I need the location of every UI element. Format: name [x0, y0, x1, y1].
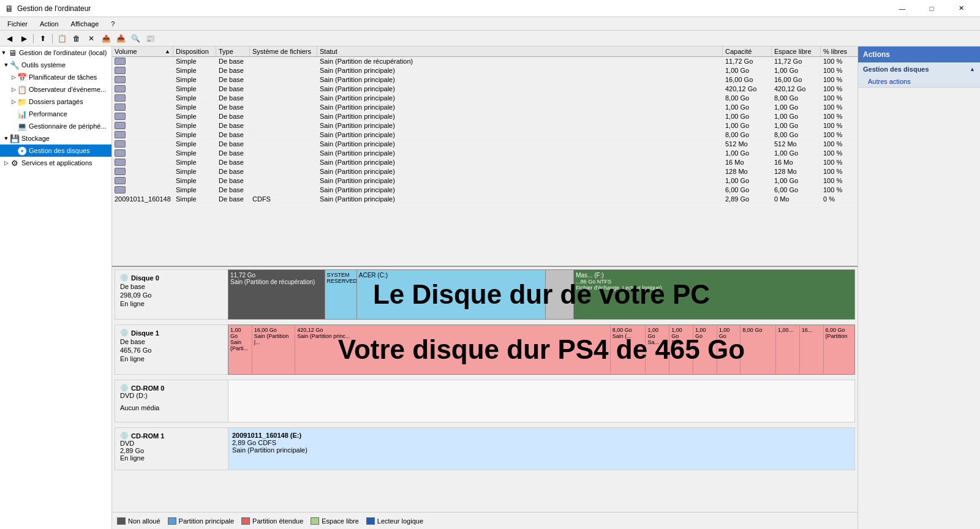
expand-system-tools[interactable]: ▼: [2, 62, 10, 68]
disk0-gap: [546, 270, 574, 319]
legend-box-unalloced: [117, 517, 126, 525]
tree-item-device-manager[interactable]: 💻 Gestionnaire de périphé...: [0, 120, 111, 132]
disk1-part-6[interactable]: 1,00 GoSa...: [669, 325, 693, 374]
menu-help[interactable]: ?: [106, 19, 119, 29]
disk1-info: 💿 Disque 1 De base 465,76 Go En ligne: [115, 325, 228, 375]
expand-task[interactable]: ▷: [10, 74, 17, 80]
disk0-part-reserved[interactable]: SYSTEM RESERVED: [325, 270, 357, 319]
expand-services[interactable]: ▷: [2, 160, 10, 166]
disk1-part-1[interactable]: 1,00 GoSain (Parti...: [228, 325, 252, 374]
table-row[interactable]: SimpleDe baseSain (Partition principale)…: [112, 167, 858, 176]
table-row[interactable]: SimpleDe baseSain (Partition principale)…: [112, 103, 858, 112]
disk1-row: 💿 Disque 1 De base 465,76 Go En ligne 1,…: [115, 325, 855, 375]
actions-section-header-0[interactable]: Gestion des disques ▲: [858, 62, 980, 76]
disk1-part-11[interactable]: 16...: [800, 325, 824, 374]
table-row[interactable]: SimpleDe baseSain (Partition principale)…: [112, 176, 858, 186]
table-row[interactable]: SimpleDe baseSain (Partition principale)…: [112, 66, 858, 75]
cdrom1-info: 💿 CD-ROM 1 DVD 2,89 Go En ligne: [115, 427, 228, 470]
table-row[interactable]: SimpleDe baseSain (Partition principale)…: [112, 94, 858, 103]
table-row[interactable]: 20091011_160148 (E:)SimpleDe baseCDFSSai…: [112, 195, 858, 204]
forward-button[interactable]: ▶: [17, 32, 31, 45]
tree-item-computer[interactable]: ▼ 🖥 Gestion de l'ordinateur (local): [0, 47, 111, 59]
disk1-part-5[interactable]: 1,00 GoSa...: [646, 325, 669, 374]
disk1-type: De base: [120, 338, 223, 345]
table-row[interactable]: SimpleDe baseSain (Partition principale)…: [112, 149, 858, 158]
btn2[interactable]: 🗑: [70, 32, 83, 45]
cdrom1-partition[interactable]: 20091011_160148 (E:) 2,89 Go CDFS Sain (…: [228, 427, 855, 470]
btn3[interactable]: ✕: [85, 32, 98, 45]
table-row[interactable]: SimpleDe baseSain (Partition principale)…: [112, 130, 858, 140]
menu-fichier[interactable]: Fichier: [2, 19, 32, 29]
tree-item-services[interactable]: ▷ ⚙ Services et applications: [0, 157, 111, 169]
menu-action[interactable]: Action: [35, 19, 64, 29]
shared-icon: 📁: [17, 97, 27, 107]
toolbar-separator-1: [33, 34, 34, 43]
table-row[interactable]: SimpleDe baseSain (Partition principale)…: [112, 158, 858, 167]
table-row[interactable]: SimpleDe baseSain (Partition de récupéra…: [112, 57, 858, 66]
back-button[interactable]: ◀: [2, 32, 16, 45]
disk0-visual: 11,72 Go Sain (Partition de récupération…: [228, 269, 855, 320]
menu-affichage[interactable]: Affichage: [66, 19, 104, 29]
disk0-part-f[interactable]: Mas... (F:) ...86 Go NTFS Fichier d'écha…: [574, 270, 854, 319]
disk1-part-4[interactable]: 8,00 GoSain (...: [611, 325, 646, 374]
disk1-part-3[interactable]: 420,12 GoSain (Partition princ...: [295, 325, 611, 374]
cdrom0-name: CD-ROM 0: [131, 385, 164, 392]
maximize-button[interactable]: □: [918, 2, 946, 15]
table-row[interactable]: SimpleDe baseSain (Partition principale)…: [112, 75, 858, 84]
volume-icon: [115, 186, 126, 193]
table-row[interactable]: SimpleDe baseSain (Partition principale)…: [112, 140, 858, 149]
expand-computer[interactable]: ▼: [0, 50, 7, 56]
cdrom1-part-label: 20091011_160148 (E:): [232, 432, 851, 439]
th-type[interactable]: Type: [216, 47, 250, 56]
expand-shared[interactable]: ▷: [10, 99, 17, 105]
minimize-button[interactable]: —: [888, 2, 916, 15]
disk1-visual: 1,00 GoSain (Parti... 16,00 GoSain (Part…: [228, 325, 855, 375]
disk1-part-12[interactable]: 6,00 Go(Partition: [824, 325, 854, 374]
th-volume[interactable]: Volume ▲: [112, 47, 173, 56]
tree-item-system-tools[interactable]: ▼ 🔧 Outils système: [0, 59, 111, 71]
disk1-part-10[interactable]: 1,00...: [776, 325, 800, 374]
titlebar: 🖥 Gestion de l'ordinateur — □ ✕: [0, 0, 980, 17]
btn4[interactable]: 📤: [99, 32, 113, 45]
th-status[interactable]: Statut: [317, 47, 723, 56]
toolbar-separator-2: [52, 34, 53, 43]
th-disposition[interactable]: Disposition: [173, 47, 216, 56]
tree-item-disk-management[interactable]: 💿 Gestion des disques: [0, 144, 111, 157]
toolbar: ◀ ▶ ⬆ 📋 🗑 ✕ 📤 📥 🔍 📰: [0, 31, 980, 47]
action-other-actions[interactable]: Autres actions: [858, 76, 980, 87]
tree-item-event-viewer[interactable]: ▷ 📋 Observateur d'événeme...: [0, 83, 111, 96]
cdrom1-name: CD-ROM 1: [131, 432, 164, 440]
disk1-part-2[interactable]: 16,00 GoSain (Partition |...: [252, 325, 295, 374]
tree-item-shared-folders[interactable]: ▷ 📁 Dossiers partagés: [0, 96, 111, 108]
legend-label-free: Espace libre: [322, 517, 359, 525]
btn7[interactable]: 📰: [143, 32, 157, 45]
th-pct[interactable]: % libres: [821, 47, 858, 56]
table-row[interactable]: SimpleDe baseSain (Partition principale)…: [112, 121, 858, 130]
table-row[interactable]: SimpleDe baseSain (Partition principale)…: [112, 186, 858, 195]
th-filesystem[interactable]: Système de fichiers: [250, 47, 317, 56]
close-button[interactable]: ✕: [947, 2, 975, 15]
disk0-info: 💿 Disque 0 De base 298,09 Go En ligne: [115, 269, 228, 320]
up-button[interactable]: ⬆: [36, 32, 50, 45]
table-row[interactable]: SimpleDe baseSain (Partition principale)…: [112, 112, 858, 121]
th-free[interactable]: Espace libre: [772, 47, 821, 56]
services-icon: ⚙: [10, 158, 20, 168]
tree-item-task-scheduler[interactable]: ▷ 📅 Planificateur de tâches: [0, 71, 111, 83]
tree-item-storage[interactable]: ▼ 💾 Stockage: [0, 132, 111, 144]
volume-icon: [115, 149, 126, 157]
btn6[interactable]: 🔍: [129, 32, 142, 45]
show-hide-console[interactable]: 📋: [55, 32, 69, 45]
device-icon: 💻: [17, 121, 27, 131]
disk1-part-9[interactable]: 8,00 Go: [741, 325, 776, 374]
expand-event[interactable]: ▷: [10, 86, 17, 92]
disk0-part-unalloc[interactable]: 11,72 Go Sain (Partition de récupération…: [228, 270, 325, 319]
disk0-part-c[interactable]: ACER (C:): [357, 270, 546, 319]
btn5[interactable]: 📥: [114, 32, 127, 45]
tree-item-performance[interactable]: 📊 Performance: [0, 108, 111, 120]
disk0-row: 💿 Disque 0 De base 298,09 Go En ligne 11…: [115, 269, 855, 320]
table-row[interactable]: SimpleDe baseSain (Partition principale)…: [112, 84, 858, 94]
disk1-part-8[interactable]: 1,00 Go: [717, 325, 741, 374]
expand-storage[interactable]: ▼: [2, 135, 10, 141]
th-capacity[interactable]: Capacité: [723, 47, 772, 56]
disk1-part-7[interactable]: 1,00 Go: [693, 325, 717, 374]
